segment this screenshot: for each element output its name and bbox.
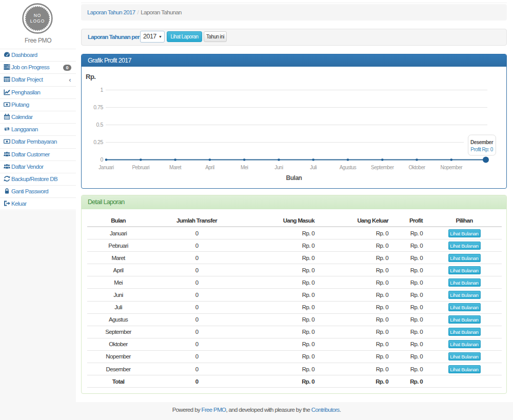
svg-text:Desember: Desember [470,139,494,145]
svg-text:Oktober: Oktober [408,165,425,170]
svg-text:April: April [205,165,214,170]
svg-text:Agustus: Agustus [340,165,357,170]
svg-text:Mei: Mei [241,165,248,170]
svg-text:LOGO: LOGO [30,18,45,24]
svg-text:0.75: 0.75 [93,104,103,110]
svg-text:0: 0 [101,156,104,163]
svg-text:0.25: 0.25 [93,139,103,145]
svg-text:Maret: Maret [169,165,182,170]
svg-text:1: 1 [101,87,104,93]
svg-text:Juni: Juni [274,165,283,170]
svg-text:Juli: Juli [310,165,317,170]
svg-text:0.5: 0.5 [96,122,104,128]
svg-text:Januari: Januari [98,165,114,170]
svg-text:NO: NO [34,13,42,18]
svg-text:Rp.: Rp. [86,73,95,81]
svg-text:Profit Rp: 0: Profit Rp: 0 [470,147,493,152]
svg-text:Bulan: Bulan [286,174,302,182]
svg-text:September: September [371,165,394,170]
svg-text:Pebruari: Pebruari [132,165,149,170]
svg-text:Nopember: Nopember [440,165,463,170]
